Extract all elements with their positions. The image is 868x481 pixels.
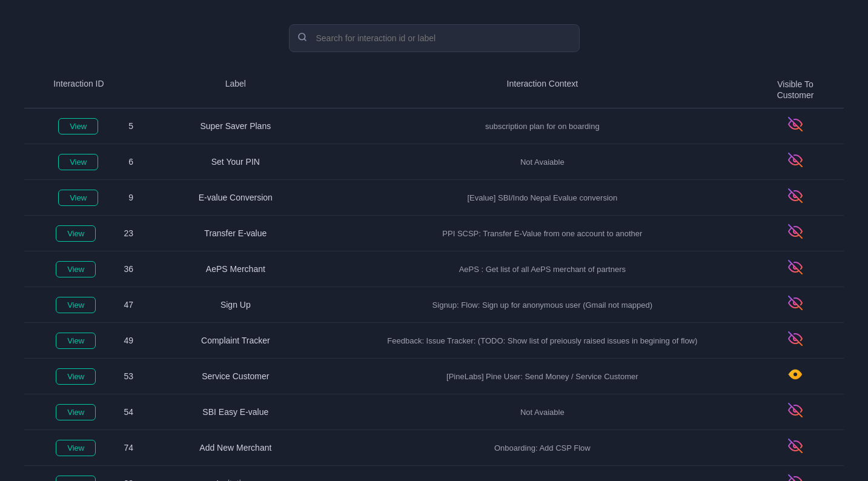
cell-id: 5: [128, 121, 133, 131]
cell-visible[interactable]: [747, 224, 844, 242]
visible-off-icon[interactable]: [788, 260, 803, 278]
cell-context: Feedback: Issue Tracker: (TODO: Show lis…: [338, 336, 747, 345]
view-button[interactable]: View: [58, 190, 98, 206]
visible-off-icon[interactable]: [788, 153, 803, 171]
cell-label: Super Saver Plans: [133, 121, 338, 131]
view-button[interactable]: View: [56, 225, 96, 242]
view-button[interactable]: View: [56, 476, 96, 481]
svg-line-12: [789, 475, 802, 481]
cell-label: AePS Merchant: [133, 264, 338, 274]
cell-visible[interactable]: [747, 474, 844, 481]
cell-id: 74: [124, 443, 133, 453]
cell-id: 23: [124, 228, 133, 238]
view-button[interactable]: View: [56, 297, 96, 313]
table-row: View 36 AePS Merchant AePS : Get list of…: [24, 251, 844, 287]
search-input[interactable]: [289, 24, 580, 52]
cell-visible[interactable]: [747, 367, 844, 385]
view-button[interactable]: View: [58, 154, 98, 170]
header-visible: Visible ToCustomer: [747, 79, 844, 101]
cell-label: Add New Merchant: [133, 443, 338, 453]
table-row: View 6 Set Your PIN Not Avaiable: [24, 144, 844, 180]
cell-label: Service Customer: [133, 371, 338, 381]
interactions-table: Interaction ID Label Interaction Context…: [24, 71, 844, 481]
view-button[interactable]: View: [56, 440, 96, 456]
cell-context: AePS : Get list of all AePS merchant of …: [338, 265, 747, 274]
cell-label: SBI Easy E-value: [133, 407, 338, 417]
cell-context: [PineLabs] Pine User: Send Money / Servi…: [338, 372, 747, 381]
cell-label: Sign Up: [133, 300, 338, 310]
cell-context: subscription plan for on boarding: [338, 122, 747, 131]
cell-visible[interactable]: [747, 117, 844, 135]
visible-off-icon[interactable]: [788, 474, 803, 481]
cell-context: Onboarding: Add CSP Flow: [338, 443, 747, 453]
cell-id: 9: [128, 193, 133, 202]
table-row: View 9 E-value Conversion [Evalue] SBI/I…: [24, 180, 844, 216]
cell-visible[interactable]: [747, 403, 844, 421]
cell-visible[interactable]: [747, 188, 844, 207]
visible-off-icon[interactable]: [788, 188, 803, 207]
cell-label: Complaint Tracker: [133, 336, 338, 345]
view-button[interactable]: View: [56, 404, 96, 420]
cell-context: [Evalue] SBI/Indo Nepal Evalue conversio…: [338, 193, 747, 202]
table-row: View 47 Sign Up Signup: Flow: Sign up fo…: [24, 287, 844, 323]
visible-off-icon[interactable]: [788, 224, 803, 242]
header-label: Label: [133, 79, 338, 101]
cell-id: 83: [124, 479, 133, 481]
visible-on-icon[interactable]: [788, 367, 803, 385]
table-row: View 23 Transfer E-value PPI SCSP: Trans…: [24, 216, 844, 251]
table-row: View 74 Add New Merchant Onboarding: Add…: [24, 430, 844, 466]
cell-id: 6: [128, 157, 133, 167]
table-row: View 54 SBI Easy E-value Not Avaiable: [24, 394, 844, 430]
cell-visible[interactable]: [747, 439, 844, 457]
cell-context: Not Avaiable: [338, 158, 747, 167]
cell-label: E-value Conversion: [133, 193, 338, 202]
cell-label: Transfer E-value: [133, 228, 338, 238]
cell-visible[interactable]: [747, 296, 844, 314]
cell-id: 36: [124, 264, 133, 274]
cell-context: Signup: Flow: Sign up for anonymous user…: [338, 300, 747, 310]
table-row: View 83 Invitations Invitations: [24, 466, 844, 481]
table-header: Interaction ID Label Interaction Context…: [24, 71, 844, 108]
cell-visible[interactable]: [747, 331, 844, 350]
view-button[interactable]: View: [56, 333, 96, 349]
cell-id: 53: [124, 371, 133, 381]
cell-id: 54: [124, 407, 133, 417]
cell-visible[interactable]: [747, 153, 844, 171]
visible-off-icon[interactable]: [788, 331, 803, 350]
cell-label: Invitations: [133, 479, 338, 481]
table-row: View 5 Super Saver Plans subscription pl…: [24, 108, 844, 144]
table-row: View 49 Complaint Tracker Feedback: Issu…: [24, 323, 844, 359]
visible-off-icon[interactable]: [788, 296, 803, 314]
visible-off-icon[interactable]: [788, 439, 803, 457]
cell-id: 47: [124, 300, 133, 310]
table-row: View 53 Service Customer [PineLabs] Pine…: [24, 359, 844, 394]
svg-point-9: [793, 373, 797, 376]
cell-context: PPI SCSP: Transfer E-Value from one acco…: [338, 229, 747, 238]
cell-label: Set Your PIN: [133, 157, 338, 167]
visible-off-icon[interactable]: [788, 117, 803, 135]
visible-off-icon[interactable]: [788, 403, 803, 421]
table-body: View 5 Super Saver Plans subscription pl…: [24, 108, 844, 481]
header-context: Interaction Context: [338, 79, 747, 101]
search-container: [289, 24, 580, 52]
cell-id: 49: [124, 336, 133, 345]
cell-context: Not Avaiable: [338, 408, 747, 417]
view-button[interactable]: View: [58, 118, 98, 134]
view-button[interactable]: View: [56, 261, 96, 277]
view-button[interactable]: View: [56, 368, 96, 385]
cell-visible[interactable]: [747, 260, 844, 278]
header-interaction-id: Interaction ID: [24, 79, 133, 101]
